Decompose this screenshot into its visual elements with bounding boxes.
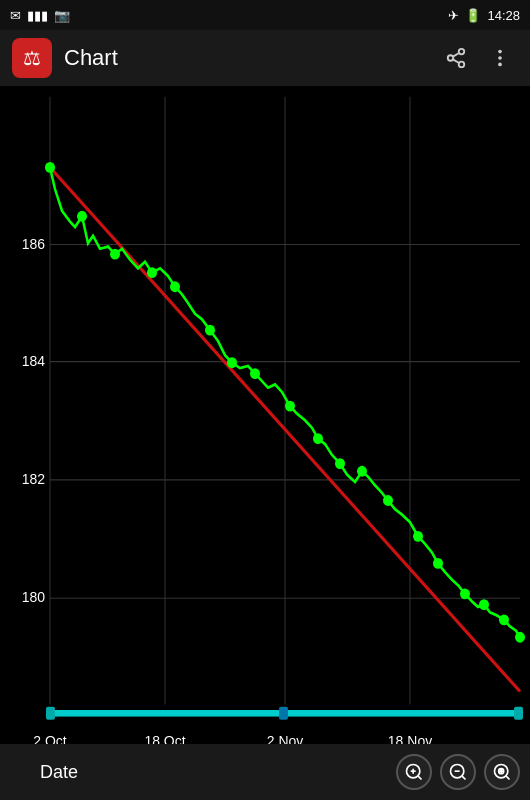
svg-line-58 bbox=[506, 776, 510, 780]
svg-point-39 bbox=[499, 614, 509, 625]
zoom-controls bbox=[396, 754, 520, 790]
svg-point-27 bbox=[205, 325, 215, 336]
svg-point-34 bbox=[383, 495, 393, 506]
app-bar-actions bbox=[438, 40, 518, 76]
status-right-icons: ✈ 🔋 14:28 bbox=[448, 8, 520, 23]
svg-point-33 bbox=[357, 466, 367, 477]
svg-point-0 bbox=[459, 49, 465, 55]
svg-point-23 bbox=[77, 211, 87, 222]
svg-point-1 bbox=[448, 55, 454, 61]
svg-point-6 bbox=[498, 56, 502, 60]
svg-line-3 bbox=[453, 59, 459, 63]
zoom-in-button[interactable] bbox=[396, 754, 432, 790]
svg-point-25 bbox=[147, 267, 157, 278]
svg-rect-8 bbox=[0, 86, 530, 800]
camera-icon: 📷 bbox=[54, 8, 70, 23]
battery-icon: 🔋 bbox=[465, 8, 481, 23]
svg-point-37 bbox=[460, 588, 470, 599]
svg-point-22 bbox=[45, 162, 55, 173]
svg-point-40 bbox=[515, 632, 525, 643]
status-time: 14:28 bbox=[487, 8, 520, 23]
svg-text:186: 186 bbox=[22, 235, 45, 252]
status-left-icons: ✉ ▮▮▮ 📷 bbox=[10, 8, 70, 23]
share-button[interactable] bbox=[438, 40, 474, 76]
svg-point-7 bbox=[498, 63, 502, 67]
svg-text:180: 180 bbox=[22, 589, 45, 606]
svg-point-38 bbox=[479, 599, 489, 610]
svg-text:182: 182 bbox=[22, 471, 45, 488]
more-button[interactable] bbox=[482, 40, 518, 76]
svg-line-4 bbox=[453, 53, 459, 57]
svg-point-31 bbox=[313, 433, 323, 444]
svg-point-36 bbox=[433, 558, 443, 569]
svg-line-55 bbox=[462, 776, 466, 780]
app-bar: ⚖ Chart bbox=[0, 30, 530, 86]
scale-icon: ⚖ bbox=[23, 46, 41, 70]
svg-point-5 bbox=[498, 50, 502, 54]
svg-rect-44 bbox=[279, 707, 288, 720]
svg-point-30 bbox=[285, 401, 295, 412]
airplane-icon: ✈ bbox=[448, 8, 459, 23]
signal-icon: ▮▮▮ bbox=[27, 8, 48, 23]
status-bar: ✉ ▮▮▮ 📷 ✈ 🔋 14:28 bbox=[0, 0, 530, 30]
mail-icon: ✉ bbox=[10, 8, 21, 23]
zoom-out-button[interactable] bbox=[440, 754, 476, 790]
svg-point-32 bbox=[335, 458, 345, 469]
svg-rect-43 bbox=[46, 707, 55, 720]
date-axis-label: Date bbox=[40, 762, 78, 783]
svg-point-2 bbox=[459, 62, 465, 67]
svg-point-29 bbox=[250, 368, 260, 379]
chart-svg: 186 184 182 180 bbox=[0, 86, 530, 800]
app-icon: ⚖ bbox=[12, 38, 52, 78]
svg-text:184: 184 bbox=[22, 352, 45, 369]
svg-point-35 bbox=[413, 531, 423, 542]
svg-point-26 bbox=[170, 281, 180, 292]
svg-line-51 bbox=[418, 776, 422, 780]
svg-point-28 bbox=[227, 357, 237, 368]
chart-container: Weight (lb) 186 184 182 180 bbox=[0, 86, 530, 800]
bottom-bar: Date bbox=[0, 744, 530, 800]
zoom-fit-button[interactable] bbox=[484, 754, 520, 790]
page-title: Chart bbox=[64, 45, 426, 71]
svg-rect-45 bbox=[514, 707, 523, 720]
svg-point-24 bbox=[110, 249, 120, 260]
